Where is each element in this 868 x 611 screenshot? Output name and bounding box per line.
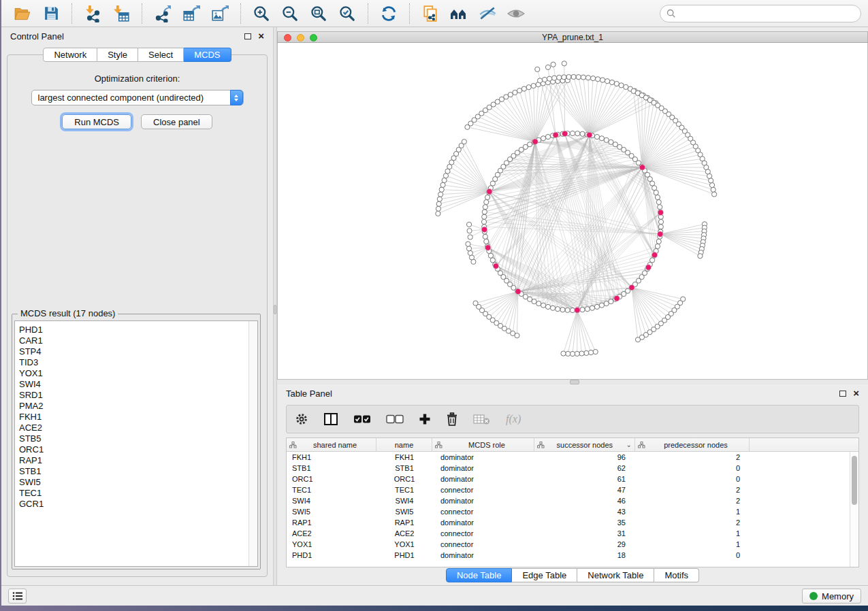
network-node[interactable] xyxy=(658,205,662,210)
console-list-button[interactable] xyxy=(8,589,27,604)
network-node[interactable] xyxy=(590,306,594,310)
network-node[interactable] xyxy=(436,211,440,216)
zoom-fit-icon[interactable] xyxy=(308,3,329,24)
float-panel-icon[interactable] xyxy=(839,391,846,397)
network-hub-node[interactable] xyxy=(645,265,651,270)
network-node[interactable] xyxy=(579,351,584,356)
maximize-window-icon[interactable] xyxy=(310,34,317,42)
table-cell[interactable]: PHD1 xyxy=(376,550,432,561)
table-cell[interactable]: TEC1 xyxy=(376,484,432,495)
network-node[interactable] xyxy=(468,250,472,255)
table-cell[interactable]: 31 xyxy=(534,528,635,539)
network-node[interactable] xyxy=(483,205,487,210)
network-node[interactable] xyxy=(561,351,566,356)
table-cell[interactable]: dominator xyxy=(432,517,534,528)
network-node[interactable] xyxy=(545,304,550,309)
mcds-result-item[interactable]: SRD1 xyxy=(19,390,257,401)
network-node[interactable] xyxy=(605,79,609,84)
mcds-result-item[interactable]: ACE2 xyxy=(19,423,257,433)
network-node[interactable] xyxy=(576,75,581,80)
column-header-MCDS-role[interactable]: MCDS role xyxy=(432,438,534,451)
network-node[interactable] xyxy=(442,178,447,182)
mcds-result-item[interactable]: GCR1 xyxy=(19,499,257,510)
column-header-shared-name[interactable]: shared name xyxy=(287,438,376,451)
network-node[interactable] xyxy=(513,90,517,95)
hide-selected-icon[interactable] xyxy=(477,3,498,24)
table-cell[interactable]: STB1 xyxy=(376,463,432,474)
close-panel-icon[interactable]: × xyxy=(258,33,264,39)
table-cell[interactable]: connector xyxy=(432,484,534,495)
network-hub-node[interactable] xyxy=(658,231,663,237)
table-cell[interactable]: STB1 xyxy=(287,463,376,474)
network-node[interactable] xyxy=(654,190,658,195)
network-node[interactable] xyxy=(562,61,566,66)
network-hub-node[interactable] xyxy=(515,288,521,294)
network-node[interactable] xyxy=(619,83,624,88)
network-hub-node[interactable] xyxy=(485,245,490,250)
table-cell[interactable]: 2 xyxy=(635,517,750,528)
mcds-result-item[interactable]: FKH1 xyxy=(19,412,257,423)
network-node[interactable] xyxy=(614,82,619,86)
table-cell[interactable]: 0 xyxy=(635,463,750,474)
select-all-icon[interactable] xyxy=(353,414,371,424)
table-row[interactable]: SWI4SWI4dominator462 xyxy=(287,495,858,506)
table-cell[interactable]: dominator xyxy=(432,463,534,474)
network-node[interactable] xyxy=(541,303,545,308)
network-node[interactable] xyxy=(436,206,440,211)
network-node[interactable] xyxy=(440,182,445,187)
network-node[interactable] xyxy=(484,239,489,244)
table-cell[interactable]: dominator xyxy=(432,474,534,484)
network-node[interactable] xyxy=(467,229,472,233)
table-cell[interactable]: 1 xyxy=(635,539,750,550)
network-hub-node[interactable] xyxy=(639,165,645,170)
network-node[interactable] xyxy=(604,137,609,142)
table-row[interactable]: RAP1RAP1dominator352 xyxy=(287,517,858,528)
table-row[interactable]: ORC1ORC1dominator610 xyxy=(287,474,858,484)
duplicate-network-icon[interactable] xyxy=(419,3,441,24)
table-cell[interactable]: 29 xyxy=(534,539,635,550)
network-node[interactable] xyxy=(609,299,613,304)
import-table-icon[interactable] xyxy=(110,3,132,24)
network-node[interactable] xyxy=(571,74,576,79)
mcds-result-item[interactable]: TID3 xyxy=(19,357,257,368)
network-node[interactable] xyxy=(521,86,526,91)
network-node[interactable] xyxy=(584,350,589,355)
table-cell[interactable]: 47 xyxy=(534,484,635,495)
tab-network-table[interactable]: Network Table xyxy=(577,568,654,582)
column-header-name[interactable]: name xyxy=(376,438,432,451)
network-node[interactable] xyxy=(570,351,575,356)
export-image-icon[interactable] xyxy=(209,3,231,24)
mcds-result-item[interactable]: STB5 xyxy=(19,433,257,444)
close-panel-icon[interactable]: × xyxy=(853,390,859,397)
tab-edge-table[interactable]: Edge Table xyxy=(512,568,577,582)
network-node[interactable] xyxy=(483,234,487,239)
network-node[interactable] xyxy=(604,301,609,306)
network-node[interactable] xyxy=(655,244,660,248)
horizontal-splitter[interactable] xyxy=(277,380,868,384)
table-row[interactable]: TEC1TEC1connector472 xyxy=(287,484,858,495)
network-node[interactable] xyxy=(658,219,663,224)
zoom-selected-icon[interactable] xyxy=(336,3,358,24)
table-scrollbar[interactable] xyxy=(850,452,858,567)
table-cell[interactable]: RAP1 xyxy=(287,517,376,528)
network-hub-node[interactable] xyxy=(658,210,663,215)
mcds-result-item[interactable]: YOX1 xyxy=(19,368,257,379)
table-cell[interactable]: 96 xyxy=(534,452,635,463)
delete-column-icon[interactable] xyxy=(446,412,458,426)
table-cell[interactable]: FKH1 xyxy=(287,452,376,463)
network-node[interactable] xyxy=(462,139,466,144)
network-node[interactable] xyxy=(565,308,570,312)
network-hub-node[interactable] xyxy=(575,308,580,313)
table-cell[interactable]: ORC1 xyxy=(287,474,376,484)
mcds-result-item[interactable]: RAP1 xyxy=(19,455,257,466)
import-network-icon[interactable] xyxy=(82,3,103,24)
search-input[interactable] xyxy=(680,8,854,18)
network-node[interactable] xyxy=(466,222,471,227)
export-network-icon[interactable] xyxy=(152,3,174,24)
table-row[interactable]: FKH1FKH1dominator962 xyxy=(287,452,858,463)
network-node[interactable] xyxy=(712,192,717,197)
tab-network[interactable]: Network xyxy=(43,48,97,62)
mcds-result-item[interactable]: ORC1 xyxy=(19,444,257,455)
network-node[interactable] xyxy=(488,253,493,258)
network-node[interactable] xyxy=(552,76,557,80)
